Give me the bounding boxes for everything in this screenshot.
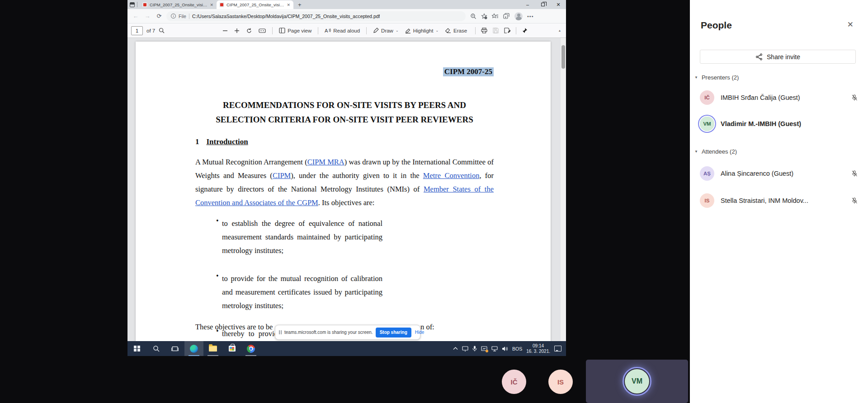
avatar: IČ bbox=[511, 378, 518, 386]
taskbar-file-explorer-icon[interactable] bbox=[203, 341, 222, 356]
tab-close-icon[interactable]: ✕ bbox=[209, 3, 214, 7]
svg-text:A: A bbox=[325, 28, 328, 33]
zoom-icon[interactable] bbox=[470, 13, 476, 19]
participant-thumbnail-is[interactable]: IS bbox=[548, 370, 573, 394]
taskbar-search-icon[interactable] bbox=[146, 341, 165, 356]
hide-banner-link[interactable]: Hide bbox=[415, 330, 425, 335]
tray-cast-icon[interactable] bbox=[462, 346, 468, 351]
share-icon bbox=[755, 53, 763, 61]
rotate-button[interactable] bbox=[246, 28, 252, 34]
avatar: IČ bbox=[700, 90, 714, 105]
browser-menu-icon[interactable]: ••• bbox=[527, 14, 534, 19]
scrollbar-thumb[interactable] bbox=[561, 45, 565, 69]
tray-microphone-icon[interactable] bbox=[472, 346, 477, 351]
fit-width-button[interactable] bbox=[259, 28, 266, 33]
meeting-stage: CIPM_2007_25_Onsite_visits_acc ✕ CIPM_20… bbox=[0, 0, 868, 403]
read-aloud-button[interactable]: A Read aloud bbox=[325, 28, 360, 33]
forward-icon[interactable]: → bbox=[143, 13, 152, 19]
participant-name: Vladimir M.-IMBIH (Guest) bbox=[721, 120, 858, 127]
highlight-button[interactable]: Highlight⌄ bbox=[405, 28, 439, 33]
divider bbox=[189, 14, 189, 19]
chevron-down-icon: ▼ bbox=[694, 150, 698, 154]
window-restore-button[interactable] bbox=[535, 0, 551, 9]
start-button[interactable] bbox=[127, 341, 146, 356]
address-url: C:/Users/SalazaSastanke/Desktop/Moldavij… bbox=[192, 14, 380, 19]
save-as-button[interactable] bbox=[504, 28, 510, 33]
pdf-content-area[interactable]: CIPM 2007-25 RECOMMENDATIONS FOR ON-SITE… bbox=[127, 38, 566, 341]
page-number-input[interactable]: 1 bbox=[131, 26, 143, 35]
tray-network-icon[interactable] bbox=[491, 346, 498, 351]
participant-row[interactable]: IČ IMBIH Srđan Čalija (Guest) bbox=[700, 89, 858, 107]
stop-sharing-button[interactable]: Stop sharing bbox=[376, 328, 411, 337]
taskbar-store-icon[interactable] bbox=[222, 341, 241, 356]
close-panel-icon[interactable]: ✕ bbox=[847, 20, 854, 29]
participant-row[interactable]: IS Stella Straistari, INM Moldov... bbox=[700, 192, 858, 210]
people-panel: People ✕ Share invite ▼ Presenters (2) I… bbox=[690, 0, 868, 403]
tray-volume-icon[interactable] bbox=[502, 346, 508, 351]
address-scheme: File bbox=[179, 14, 186, 19]
pdf-scrollbar[interactable] bbox=[561, 38, 566, 341]
save-button[interactable] bbox=[493, 28, 499, 33]
pdf-search-icon[interactable] bbox=[159, 28, 165, 33]
page-view-button[interactable]: Page view bbox=[279, 28, 311, 33]
profile-avatar-icon[interactable] bbox=[514, 12, 523, 20]
zoom-out-button[interactable] bbox=[222, 28, 228, 33]
pause-sharing-icon[interactable] bbox=[279, 330, 282, 334]
pdf-favicon bbox=[142, 2, 147, 7]
doc-intro-paragraph: A Mutual Recognition Arrangement (CIPM M… bbox=[195, 155, 494, 210]
print-button[interactable] bbox=[481, 28, 487, 33]
taskbar-chrome-icon[interactable] bbox=[241, 341, 260, 356]
zoom-in-button[interactable] bbox=[234, 28, 240, 33]
doc-tail-text-left: These objectives are to be bbox=[195, 323, 273, 332]
back-icon[interactable]: ← bbox=[131, 13, 140, 19]
avatar: VM bbox=[700, 117, 714, 131]
address-bar[interactable]: i File C:/Users/SalazaSastanke/Desktop/M… bbox=[166, 11, 466, 21]
draw-button[interactable]: Draw⌄ bbox=[373, 28, 399, 33]
link-metre-convention[interactable]: Metre Convention bbox=[423, 171, 480, 180]
mic-muted-icon bbox=[851, 170, 858, 177]
screen-sharing-banner: teams.microsoft.com is sharing your scre… bbox=[275, 325, 420, 340]
link-cipm[interactable]: CIPM bbox=[273, 171, 291, 180]
tab-close-icon[interactable]: ✕ bbox=[286, 3, 291, 7]
sharing-banner-text: teams.microsoft.com is sharing your scre… bbox=[284, 330, 373, 335]
collections-icon[interactable] bbox=[503, 13, 510, 19]
link-cipm-mra[interactable]: CIPM MRA bbox=[307, 158, 344, 166]
file-info-icon[interactable]: i bbox=[171, 14, 176, 19]
mic-muted-icon bbox=[851, 94, 858, 101]
tray-language-indicator[interactable]: BOS bbox=[512, 346, 522, 351]
participant-row[interactable]: VM Vladimir M.-IMBIH (Guest) bbox=[700, 115, 858, 133]
browser-navbar: ← → ⟳ i File C:/Users/SalazaSastanke/Des… bbox=[127, 9, 566, 23]
avatar: IS bbox=[700, 193, 714, 208]
pin-toolbar-icon[interactable] bbox=[522, 28, 528, 33]
participant-name: Alina Șincarenco (Guest) bbox=[721, 170, 844, 177]
active-speaker-tile[interactable]: VM bbox=[586, 360, 688, 403]
browser-app-icon[interactable] bbox=[130, 2, 135, 7]
share-invite-button[interactable]: Share invite bbox=[700, 50, 856, 64]
participant-row[interactable]: AȘ Alina Șincarenco (Guest) bbox=[700, 164, 858, 183]
divider bbox=[137, 2, 137, 7]
browser-tab-1[interactable]: CIPM_2007_25_Onsite_visits_acc ✕ bbox=[140, 0, 217, 9]
scrollbar-up-arrow[interactable]: ▲ bbox=[557, 29, 562, 32]
list-item: •to provide for the mutual recognition o… bbox=[216, 272, 382, 313]
browser-tabstrip: CIPM_2007_25_Onsite_visits_acc ✕ CIPM_20… bbox=[127, 0, 566, 9]
share-invite-label: Share invite bbox=[767, 53, 800, 61]
tray-clock[interactable]: 09:14 16. 3. 2021. bbox=[526, 343, 550, 354]
avatar: VM bbox=[625, 369, 649, 394]
attendees-section-header[interactable]: ▼ Attendees (2) bbox=[694, 148, 737, 155]
tray-app-notification-icon[interactable] bbox=[481, 346, 487, 351]
refresh-icon[interactable]: ⟳ bbox=[155, 13, 164, 19]
action-center-icon[interactable] bbox=[554, 346, 561, 351]
favorites-bar-icon[interactable] bbox=[492, 13, 499, 19]
new-tab-button[interactable]: + bbox=[293, 0, 306, 9]
add-favorite-star-icon[interactable] bbox=[481, 13, 487, 19]
window-minimize-button[interactable]: – bbox=[520, 0, 535, 9]
window-close-button[interactable]: ✕ bbox=[551, 0, 566, 9]
task-view-icon[interactable] bbox=[165, 341, 184, 356]
browser-tab-2-active[interactable]: CIPM_2007_25_Onsite_visits_acc ✕ bbox=[217, 0, 293, 9]
pdf-favicon bbox=[219, 2, 224, 7]
participant-thumbnail-ic[interactable]: IČ bbox=[502, 370, 526, 394]
taskbar-edge-icon[interactable] bbox=[184, 341, 203, 356]
presenters-section-header[interactable]: ▼ Presenters (2) bbox=[694, 74, 739, 81]
tray-chevron-up-icon[interactable] bbox=[453, 347, 458, 350]
erase-button[interactable]: Erase bbox=[445, 28, 467, 33]
